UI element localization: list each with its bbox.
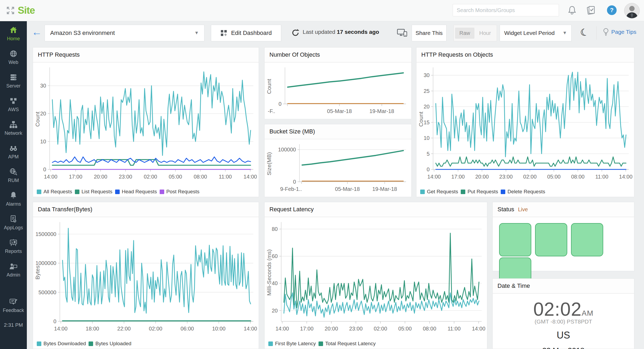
legend-label: All Requests <box>43 189 72 195</box>
dark-mode-moon-icon[interactable]: ☾ <box>579 26 590 39</box>
svg-text:17:00: 17:00 <box>69 174 82 180</box>
legend-label: First Byte Latency <box>275 341 316 347</box>
widget-header: Data Transfer(Bytes) <box>33 202 259 217</box>
status-monitor-square[interactable] <box>499 223 531 256</box>
search-input[interactable] <box>453 4 559 16</box>
lightbulb-icon <box>603 28 609 36</box>
svg-text:14:00: 14:00 <box>54 326 68 332</box>
widget-title: Number Of Objects <box>269 51 320 58</box>
expand-icon[interactable] <box>6 6 14 14</box>
sidebar-item-admin[interactable]: Admin <box>0 262 27 278</box>
legend-item[interactable]: Total Request Latency <box>319 341 376 347</box>
svg-text:100000: 100000 <box>278 147 296 152</box>
legend-swatch <box>420 190 425 194</box>
share-this-button[interactable]: Share This <box>412 25 447 41</box>
status-monitor-square[interactable] <box>571 223 603 256</box>
widget-title: Data Transfer(Bytes) <box>38 206 92 213</box>
widget-level-period-select[interactable]: Widget Level Period ▼ <box>500 25 572 41</box>
svg-text:60: 60 <box>272 253 278 259</box>
top-bar: Site ? <box>0 0 644 21</box>
legend-item[interactable]: Delete Requests <box>501 189 545 195</box>
svg-text:5: 5 <box>427 151 430 157</box>
dashboard-toolbar: ← Amazon S3 environment ▼ Edit Dashboard… <box>27 21 644 45</box>
sidebar-item-home[interactable]: Home <box>0 26 27 42</box>
sidebar-item-apm[interactable]: APM <box>0 144 27 160</box>
sidebar-item-rum[interactable]: RUM <box>0 168 27 183</box>
sidebar-item-label: Alarms <box>6 201 21 207</box>
tasks-icon[interactable] <box>586 5 596 16</box>
aws-cubes-icon <box>9 97 18 105</box>
svg-text:17:00: 17:00 <box>451 174 465 180</box>
bucket_size-series <box>302 151 403 165</box>
svg-text:23:00: 23:00 <box>119 174 132 180</box>
widget-header: Request Latency <box>265 202 487 217</box>
alarm-bell-icon <box>9 191 18 200</box>
legend-item[interactable]: Put Requests <box>461 189 498 195</box>
legend-item[interactable]: Head Requests <box>115 189 157 195</box>
legend-label: Put Requests <box>467 189 498 195</box>
admin-icon <box>9 262 18 271</box>
sidebar-item-label: Feedback <box>3 308 24 313</box>
legend-item[interactable]: Bytes Uploaded <box>89 341 131 347</box>
sidebar-item-feedback[interactable]: Feedback <box>0 297 27 313</box>
svg-text:Milli-Seconds (ms): Milli-Seconds (ms) <box>266 249 272 296</box>
data-transfer-chart: 05000001000000150000014:0018:0022:0002:0… <box>33 217 259 336</box>
sidebar-item-server[interactable]: Server <box>0 73 27 89</box>
widget-header: HTTP Requests <box>33 48 259 63</box>
sidebar-item-reports[interactable]: Reports <box>0 238 27 254</box>
legend-item[interactable]: Get Requests <box>420 189 458 195</box>
svg-text:14:00: 14:00 <box>244 326 257 332</box>
notifications-bell-icon[interactable] <box>567 5 577 16</box>
legend-label: Bytes Uploaded <box>95 341 131 347</box>
refresh-icon[interactable] <box>291 28 300 38</box>
sidebar-item-aws[interactable]: AWS <box>0 97 27 112</box>
sidebar-item-label: RUM <box>8 178 19 183</box>
widget-level-period-value: Widget Level Period <box>504 30 555 36</box>
edit-dashboard-label: Edit Dashboard <box>231 30 272 37</box>
widget-header: Status Live <box>493 202 634 217</box>
legend-item[interactable]: List Requests <box>75 189 112 195</box>
svg-text:08:00: 08:00 <box>194 174 207 180</box>
svg-text:30: 30 <box>40 83 46 89</box>
widget-title: Request Latency <box>269 206 314 213</box>
widget-status: Status Live <box>492 202 634 271</box>
svg-text:19-Mar-18: 19-Mar-18 <box>369 108 394 114</box>
legend-item[interactable]: First Byte Latency <box>268 341 316 347</box>
legend-item[interactable]: Post Requests <box>160 189 200 195</box>
legend-item[interactable]: All Requests <box>37 189 72 195</box>
sidebar-item-label: Network <box>5 130 22 136</box>
svg-text:9-Feb-1..: 9-Feb-1.. <box>280 186 302 192</box>
widget-bucket-size: Bucket Size (MB) 01000009-Feb-1..05-Mar-… <box>264 124 412 197</box>
reports-icon <box>9 238 18 247</box>
status-monitor-square[interactable] <box>535 223 567 256</box>
number_of_objects-svg: 0-F..05-Mar-1819-Mar-18Count <box>265 62 411 119</box>
devices-icon[interactable] <box>397 28 408 39</box>
sidebar-item-applogs[interactable]: AppLogs <box>0 215 27 231</box>
number_of_objects-series <box>288 73 403 87</box>
page-tips-link[interactable]: Page Tips <box>603 28 636 36</box>
last-updated-text: Last updated 17 seconds ago <box>303 29 379 35</box>
back-arrow[interactable]: ← <box>32 27 42 37</box>
svg-text:05-Mar-18: 05-Mar-18 <box>335 186 360 192</box>
dashboard-select[interactable]: Amazon S3 environment ▼ <box>45 25 204 41</box>
globe-icon <box>9 49 18 58</box>
sidebar-item-alarms[interactable]: Alarms <box>0 191 27 207</box>
network-icon <box>9 120 18 129</box>
svg-text:1000000: 1000000 <box>35 260 56 266</box>
edit-dashboard-button[interactable]: Edit Dashboard <box>211 25 281 41</box>
svg-text:14:00: 14:00 <box>472 326 485 332</box>
help-icon[interactable]: ? <box>607 5 617 15</box>
sidebar-item-web[interactable]: Web <box>0 49 27 65</box>
svg-text:14:00: 14:00 <box>619 174 632 180</box>
sidebar-item-label: Web <box>9 60 19 65</box>
legend-item[interactable]: Bytes Downloaded <box>37 341 86 347</box>
raw-toggle[interactable]: Raw <box>455 28 474 39</box>
chart-legend: Bytes DownloadedBytes Uploaded <box>37 341 131 347</box>
svg-text:06:00: 06:00 <box>181 326 194 332</box>
avatar[interactable] <box>624 3 640 19</box>
svg-text:11:00: 11:00 <box>595 174 608 180</box>
svg-text:02:00: 02:00 <box>523 174 537 180</box>
hour-toggle[interactable]: Hour <box>475 28 495 39</box>
page-tips-label: Page Tips <box>611 29 636 35</box>
sidebar-item-network[interactable]: Network <box>0 120 27 136</box>
